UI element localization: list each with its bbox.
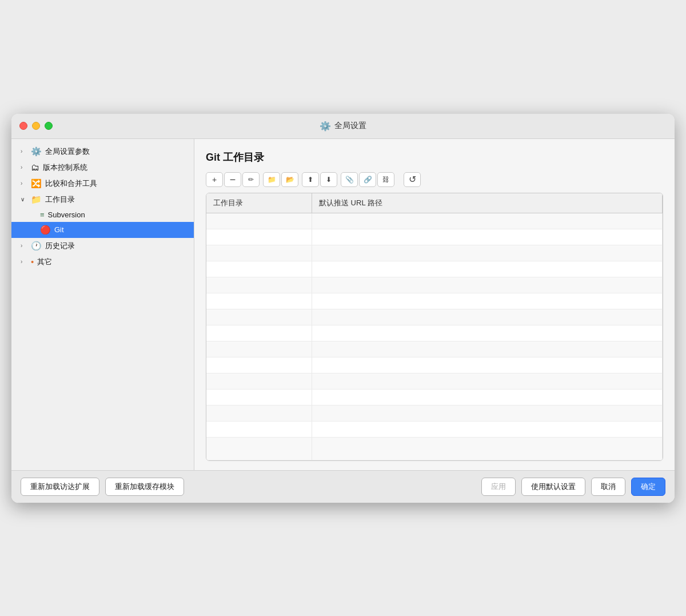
table-row [206,277,663,293]
subversion-icon: ≡ [40,210,45,219]
table-cell-url [312,309,663,325]
sidebar-item-label: 历史记录 [45,241,75,251]
ok-button[interactable]: 确定 [631,478,665,496]
arrow-icon: › [21,259,27,265]
open-folder-button[interactable]: 📁 [263,172,280,187]
default-settings-button[interactable]: 使用默认设置 [521,478,585,496]
table-cell-url [312,438,663,460]
apply-button[interactable]: 应用 [481,478,516,496]
refresh-button[interactable]: ↺ [404,172,421,187]
table-cell-dir [206,261,312,277]
bottom-right-buttons: 应用 使用默认设置 取消 确定 [481,478,665,496]
table-row [206,213,663,229]
sidebar-item-git[interactable]: 🔴 Git [11,222,194,238]
sidebar-item-diff-merge[interactable]: › 🔀 比较和合并工具 [11,176,194,192]
column-header-dir: 工作目录 [206,193,312,213]
arrow-icon: › [21,243,27,249]
table-cell-url [312,390,663,405]
download-button[interactable]: ⬇ [320,172,337,187]
toolbar-group-main: + − ✏ [206,172,260,187]
table-cell-url [312,293,663,309]
cancel-button[interactable]: 取消 [591,478,625,496]
table-row [206,293,663,309]
arrow-icon: › [21,180,27,186]
table-cell-url [312,357,663,373]
table-cell-dir [206,373,312,389]
table-cell-url [312,341,663,357]
table-cell-dir [206,341,312,357]
minimize-button[interactable] [32,122,40,130]
table-cell-url [312,373,663,389]
table-row [206,422,663,438]
table-cell-url [312,229,663,245]
upload-button[interactable]: ⬆ [302,172,319,187]
table-row [206,261,663,277]
sidebar-item-label: Git [54,225,64,234]
right-panel: Git 工作目录 + − ✏ 📁 📂 ⬆ ⬇ 📎 🔗 [194,139,675,470]
toolbar: + − ✏ 📁 📂 ⬆ ⬇ 📎 🔗 ⛓ ↺ [206,172,663,187]
close-button[interactable] [19,122,27,130]
working-dir-table: 工作目录 默认推送 URL 路径 [206,193,663,461]
table-cell-dir [206,229,312,245]
table-header: 工作目录 默认推送 URL 路径 [206,193,663,213]
table-cell-url [312,325,663,341]
sidebar-item-other[interactable]: › • 其它 [11,254,194,270]
unlink-button[interactable]: ⛓ [377,172,394,187]
table-row [206,229,663,245]
table-row [206,438,663,460]
folder-up-button[interactable]: 📂 [281,172,298,187]
sidebar-item-label: 版本控制系统 [43,162,87,173]
table-cell-dir [206,277,312,293]
sidebar-item-label: 比较和合并工具 [45,178,97,189]
attach-button[interactable]: 📎 [341,172,358,187]
maximize-button[interactable] [45,122,53,130]
table-cell-dir [206,293,312,309]
toolbar-group-transfer: ⬆ ⬇ [302,172,337,187]
reload-cache-button[interactable]: 重新加载缓存模块 [105,478,184,496]
other-icon: • [31,257,34,267]
diff-icon: 🔀 [31,178,42,189]
table-row [206,406,663,422]
history-icon: 🕐 [31,241,42,251]
table-cell-dir [206,390,312,405]
sidebar-item-label: 其它 [37,257,52,267]
remove-button[interactable]: − [224,172,241,187]
bottom-left-buttons: 重新加载访达扩展 重新加载缓存模块 [21,478,184,496]
titlebar-icon: ⚙️ [320,121,331,132]
table-cell-url [312,245,663,261]
arrow-icon: ∨ [21,196,27,202]
arrow-icon: › [21,164,27,170]
sidebar-item-history[interactable]: › 🕐 历史记录 [11,238,194,254]
table-cell-dir [206,406,312,421]
add-button[interactable]: + [206,172,223,187]
sidebar-item-vcs[interactable]: › 🗂 版本控制系统 [11,160,194,176]
table-cell-dir [206,357,312,373]
table-cell-url [312,277,663,293]
table-cell-dir [206,438,312,460]
main-window: ⚙️ 全局设置 › ⚙️ 全局设置参数 › 🗂 版本控制系统 › 🔀 比较和合并… [11,114,675,503]
table-cell-dir [206,245,312,261]
main-content: › ⚙️ 全局设置参数 › 🗂 版本控制系统 › 🔀 比较和合并工具 ∨ 📁 工… [11,139,675,470]
sidebar-item-label: 工作目录 [45,194,75,205]
panel-title: Git 工作目录 [206,150,663,164]
table-row [206,325,663,341]
sidebar-item-label: 全局设置参数 [45,146,90,157]
sidebar-item-global-settings[interactable]: › ⚙️ 全局设置参数 [11,144,194,160]
sidebar-item-working-dir[interactable]: ∨ 📁 工作目录 [11,192,194,208]
table-row [206,357,663,373]
table-cell-url [312,406,663,421]
table-row [206,373,663,390]
reload-ext-button[interactable]: 重新加载访达扩展 [21,478,99,496]
link-button[interactable]: 🔗 [359,172,376,187]
folder-icon: 📁 [31,194,42,205]
toolbar-group-link: 📎 🔗 ⛓ [341,172,394,187]
table-cell-dir [206,422,312,437]
column-header-url: 默认推送 URL 路径 [312,193,663,213]
table-row [206,245,663,261]
table-cell-dir [206,213,312,229]
edit-button[interactable]: ✏ [242,172,260,187]
table-cell-dir [206,309,312,325]
table-cell-url [312,422,663,437]
sidebar-item-subversion[interactable]: ≡ Subversion [11,208,194,222]
table-cell-url [312,261,663,277]
